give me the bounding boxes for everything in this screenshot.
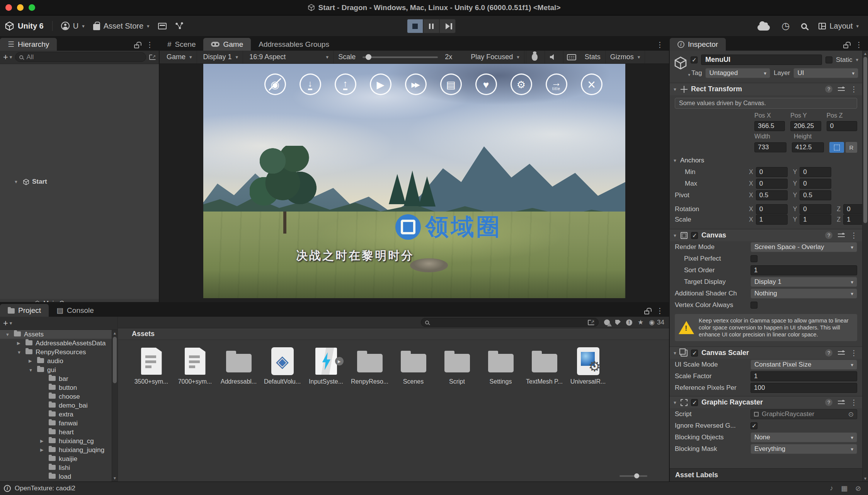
step-button[interactable] [439, 19, 456, 33]
search-by-label-button[interactable] [615, 320, 621, 325]
row-dropdown[interactable]: Everything▾ [751, 444, 857, 454]
account-menu[interactable]: U ▾ [61, 22, 85, 31]
scale-y-field[interactable]: 1 [800, 215, 831, 225]
create-asset-button[interactable]: +▾ [3, 318, 12, 328]
project-tree-item[interactable]: ▶ AddressableAssetsData [0, 339, 117, 348]
zoom-window-button[interactable] [29, 4, 35, 11]
cloud-icon[interactable] [757, 25, 770, 31]
width-field[interactable]: 733 [754, 142, 786, 152]
project-tree-item[interactable]: choose [0, 392, 117, 401]
row-dropdown[interactable]: None▾ [751, 432, 857, 442]
lock-icon[interactable] [134, 44, 139, 48]
panel-menu-icon[interactable]: ⋮ [855, 41, 863, 48]
cache-status-icon[interactable]: ▦ [841, 484, 848, 493]
help-icon[interactable] [825, 399, 832, 406]
scale-slider[interactable] [363, 56, 438, 58]
presets-icon[interactable] [838, 400, 845, 405]
row-input[interactable]: 1 [751, 371, 857, 381]
foldout-arrow[interactable]: ▼ [673, 158, 677, 163]
anchor-max-y-field[interactable]: 0 [800, 179, 831, 189]
scale-x-field[interactable]: 1 [756, 215, 788, 225]
keyboard-shortcuts-button[interactable] [563, 51, 580, 63]
close-button[interactable]: × [581, 73, 602, 95]
thumbnail-size-slider[interactable] [620, 475, 647, 477]
foldout-arrow[interactable]: ▼ [673, 400, 677, 405]
aspect-ratio-dropdown[interactable]: 16:9 Aspect▾ [245, 51, 334, 63]
hierarchy-search-input[interactable]: All [15, 52, 146, 62]
tab-hierarchy[interactable]: ☰ Hierarchy [0, 38, 57, 51]
foldout-arrow[interactable]: ▼ [14, 179, 23, 184]
save-button[interactable]: ↓ [300, 73, 321, 95]
foldout-arrow[interactable]: ▼ [673, 351, 677, 355]
favorite-button[interactable]: ♥ [475, 73, 497, 95]
row-checkbox[interactable] [751, 422, 757, 429]
stop-button[interactable] [407, 19, 423, 33]
minimize-window-button[interactable] [17, 4, 24, 11]
tab-scene[interactable]: # Scene [160, 38, 203, 51]
play-focused-dropdown[interactable]: Play Focused▾ [466, 51, 524, 63]
lock-icon[interactable] [843, 44, 848, 48]
panel-menu-icon[interactable]: ⋮ [656, 41, 664, 48]
project-tree-item[interactable]: ▶ huixiang_cg [0, 437, 117, 446]
project-search-input[interactable] [421, 318, 599, 327]
anchor-min-y-field[interactable]: 0 [800, 167, 831, 177]
component-menu-icon[interactable]: ⋮ [850, 232, 858, 239]
debug-bug-button[interactable] [526, 51, 543, 63]
create-add-button[interactable]: +▾ [3, 52, 12, 62]
asset-item[interactable]: InputSyste... [306, 347, 346, 385]
pivot-y-field[interactable]: 0.5 [800, 190, 831, 200]
asset-item[interactable]: Addressabl... [218, 347, 259, 385]
row-object-field[interactable]: GraphicRaycaster⊙ [751, 409, 857, 419]
asset-item[interactable]: RenpyReso... [349, 347, 390, 385]
foldout-arrow[interactable]: ▼ [673, 87, 677, 92]
project-tree-item[interactable]: heart [0, 428, 117, 437]
pos-z-field[interactable]: 0 [827, 121, 857, 131]
slider-thumb[interactable] [366, 54, 371, 60]
layer-dropdown[interactable]: UI▾ [793, 68, 858, 78]
project-tree-item[interactable]: button [0, 383, 117, 392]
asset-item[interactable]: TextMesh P... [524, 347, 565, 385]
tab-inspector[interactable]: Inspector [670, 38, 726, 51]
asset-item[interactable]: Script [437, 347, 477, 385]
presets-icon[interactable] [838, 233, 845, 238]
help-icon[interactable] [825, 349, 832, 357]
tab-project[interactable]: Project [0, 304, 49, 317]
asset-item[interactable]: Settings [480, 347, 521, 385]
row-input[interactable]: 1 [751, 265, 857, 275]
pos-x-field[interactable]: 366.5 [754, 121, 785, 131]
presets-icon[interactable] [838, 350, 845, 356]
tag-dropdown[interactable]: Untagged▾ [705, 68, 770, 78]
height-field[interactable]: 412.5 [792, 142, 824, 152]
package-manager-button[interactable] [158, 23, 167, 29]
asset-item[interactable]: 7000+sym... [175, 347, 215, 385]
project-tree-item[interactable]: demo_bai [0, 401, 117, 410]
console-status-icon[interactable]: ⊘ [855, 484, 861, 493]
row-dropdown[interactable]: Screen Space - Overlay▾ [751, 242, 857, 252]
component-enabled-toggle[interactable] [691, 399, 698, 406]
panel-menu-icon[interactable]: ⋮ [146, 41, 153, 48]
hierarchy-item[interactable]: ◉⌖ Main Camera ⋮ [0, 299, 159, 302]
skip-button[interactable]: ▶▶ [405, 73, 427, 95]
row-checkbox[interactable] [751, 302, 757, 309]
anchor-max-x-field[interactable]: 0 [756, 179, 788, 189]
row-dropdown[interactable]: Nothing▾ [751, 288, 857, 299]
scroll-down-icon[interactable]: ▼ [863, 476, 868, 481]
asset-item[interactable]: DefaultVolu... [262, 347, 303, 385]
asset-item[interactable]: Scenes [393, 347, 434, 385]
component-menu-icon[interactable]: ⋮ [850, 85, 858, 93]
foldout-arrow[interactable]: ▼ [5, 332, 14, 337]
load-button[interactable]: ↑ [335, 73, 356, 95]
foldout-arrow[interactable]: ▶ [40, 447, 49, 452]
game-mode-dropdown[interactable]: Game▾ [162, 51, 197, 63]
foldout-arrow[interactable]: ▼ [673, 233, 677, 238]
title-button[interactable]: → title [546, 73, 567, 95]
row-dropdown[interactable]: Display 1▾ [751, 277, 857, 287]
hide-ui-button[interactable]: ◉ [264, 73, 286, 95]
component-enabled-toggle[interactable] [691, 232, 698, 239]
object-picker-icon[interactable]: ⊙ [848, 410, 854, 418]
search-icon[interactable] [801, 23, 807, 29]
tab-console[interactable]: ▤ Console [49, 304, 102, 317]
play-button[interactable]: ▶ [370, 73, 391, 95]
raw-edit-button[interactable]: R [846, 142, 857, 153]
search-window-icon[interactable] [149, 55, 156, 60]
